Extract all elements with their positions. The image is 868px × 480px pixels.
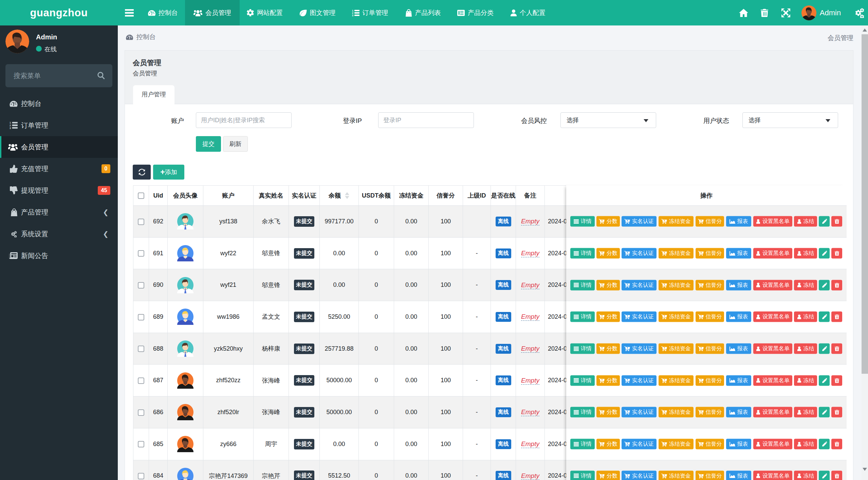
svg-text:2: 2 xyxy=(352,12,353,14)
svg-text:3: 3 xyxy=(10,127,11,129)
svg-text:1: 1 xyxy=(352,10,353,12)
svg-text:3: 3 xyxy=(352,14,353,16)
